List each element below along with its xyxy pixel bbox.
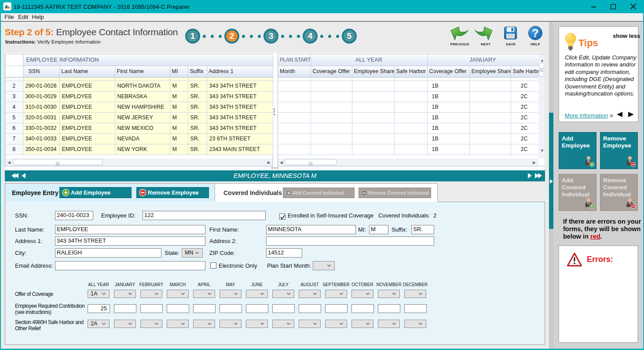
svg-text:?: ? [532, 27, 538, 39]
